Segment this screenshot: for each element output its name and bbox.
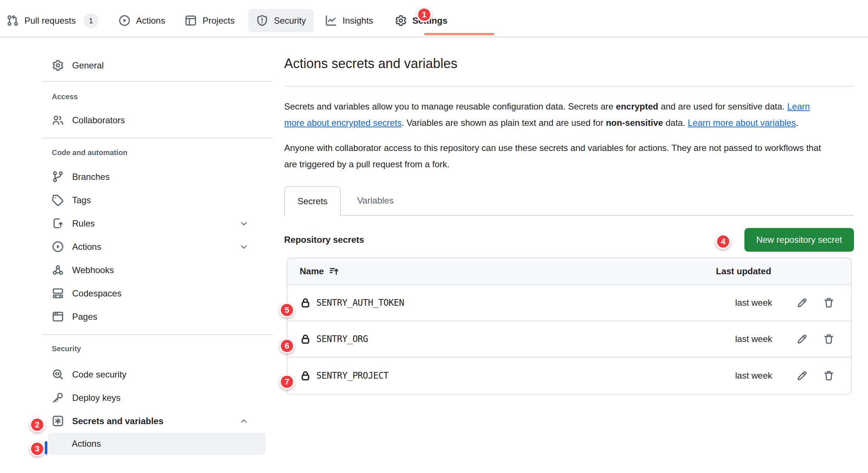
sidebar-section-security: Security xyxy=(41,341,273,356)
settings-sidebar: General Access Collaborators Code and au… xyxy=(41,37,273,455)
learn-more-link[interactable]: Learn more about variables xyxy=(688,118,796,128)
sidebar-item-label: Pages xyxy=(72,312,97,322)
lock-icon xyxy=(300,370,311,382)
graph-icon xyxy=(325,14,337,27)
codespaces-icon xyxy=(52,287,64,299)
tab-secrets[interactable]: Secrets xyxy=(284,186,341,216)
secret-updated: last week xyxy=(713,298,772,308)
rules-icon xyxy=(52,217,64,229)
git-pull-request-icon xyxy=(7,14,19,27)
annotation-badge-7: 7 xyxy=(279,374,295,389)
chevron-down-icon[interactable] xyxy=(238,242,250,251)
main-content: Actions secrets and variables Secrets an… xyxy=(284,37,854,395)
sidebar-item-webhooks[interactable]: Webhooks xyxy=(41,258,273,282)
key-icon xyxy=(52,392,64,404)
sidebar-item-actions[interactable]: Actions xyxy=(41,235,273,258)
annotation-badge-4: 4 xyxy=(716,234,731,249)
project-board-icon xyxy=(185,14,197,27)
sidebar-subitem-label: Actions xyxy=(72,439,101,449)
column-name: Name xyxy=(300,266,324,276)
annotation-badge-2: 2 xyxy=(30,417,45,432)
tab-label: Variables xyxy=(357,195,393,206)
sidebar-item-rules[interactable]: Rules xyxy=(41,212,273,235)
lock-icon xyxy=(300,297,311,309)
sort-ascending-icon[interactable] xyxy=(329,266,339,276)
browser-icon xyxy=(52,311,64,323)
chevron-up-icon[interactable] xyxy=(238,417,250,426)
new-repository-secret-button[interactable]: New repository secret xyxy=(744,228,854,252)
sidebar-item-label: Webhooks xyxy=(72,265,114,275)
edit-pencil-icon[interactable] xyxy=(796,370,807,381)
tab-label: Projects xyxy=(202,16,235,26)
sidebar-item-tags[interactable]: Tags xyxy=(41,188,273,212)
annotation-badge-3: 3 xyxy=(30,441,45,456)
section-heading: Repository secrets xyxy=(284,235,364,245)
sidebar-item-label: Branches xyxy=(72,172,110,182)
chevron-down-icon[interactable] xyxy=(238,219,250,228)
gear-icon xyxy=(395,14,407,27)
tag-icon xyxy=(52,194,64,206)
repository-secrets-header: Repository secrets New repository secret xyxy=(284,228,854,252)
shield-icon xyxy=(256,14,268,27)
intro-paragraph: Secrets and variables allow you to manag… xyxy=(284,98,832,131)
secrets-table-header: Name Last updated xyxy=(287,258,851,285)
people-icon xyxy=(52,114,64,126)
access-paragraph: Anyone with collaborator access to this … xyxy=(284,140,832,172)
secrets-variables-tabnav: Secrets Variables xyxy=(284,186,854,216)
git-branch-icon xyxy=(52,171,64,183)
column-last-updated: Last updated xyxy=(716,266,771,276)
tab-label: Pull requests xyxy=(24,16,76,26)
tab-pull-requests[interactable]: Pull requests 1 xyxy=(7,13,98,28)
pull-requests-counter: 1 xyxy=(84,13,98,28)
secret-row: SENTRY_AUTH_TOKEN last week xyxy=(287,285,851,321)
annotation-badge-5: 5 xyxy=(279,302,295,318)
tab-label: Secrets xyxy=(297,196,327,207)
sidebar-item-label: Code security xyxy=(72,369,127,380)
tab-projects[interactable]: Projects xyxy=(185,14,235,27)
code-scan-icon xyxy=(52,368,64,380)
sidebar-item-collaborators[interactable]: Collaborators xyxy=(41,108,273,132)
asterisk-box-icon xyxy=(52,415,64,427)
secrets-table: Name Last updated SENTRY_AUTH_TOKEN last… xyxy=(287,258,852,395)
sidebar-subitem-actions[interactable]: Actions xyxy=(48,433,266,455)
tab-label: Actions xyxy=(136,16,165,26)
sidebar-divider xyxy=(41,138,273,138)
active-tab-underline xyxy=(424,33,494,35)
sidebar-item-branches[interactable]: Branches xyxy=(41,165,273,188)
edit-pencil-icon[interactable] xyxy=(796,297,807,308)
annotation-badge-1: 1 xyxy=(417,7,432,22)
sidebar-item-codespaces[interactable]: Codespaces xyxy=(41,282,273,305)
tab-insights[interactable]: Settings Insights xyxy=(325,14,373,27)
trash-icon[interactable] xyxy=(823,297,834,308)
sidebar-item-label: Codespaces xyxy=(72,288,121,299)
sidebar-item-label: Rules xyxy=(72,218,95,229)
secret-name: SENTRY_ORG xyxy=(316,334,368,344)
annotation-badge-6: 6 xyxy=(279,338,295,353)
secret-name: SENTRY_PROJECT xyxy=(316,370,388,381)
trash-icon[interactable] xyxy=(823,370,834,381)
sidebar-item-secrets-and-variables[interactable]: Secrets and variables xyxy=(41,409,273,433)
sidebar-item-label: General xyxy=(72,60,104,71)
tab-actions[interactable]: Actions xyxy=(118,14,165,27)
lock-icon xyxy=(300,333,311,345)
tab-variables[interactable]: Variables xyxy=(343,186,407,215)
tab-label: Security xyxy=(274,16,306,26)
active-item-indicator xyxy=(45,441,47,454)
edit-pencil-icon[interactable] xyxy=(796,333,807,345)
webhook-icon xyxy=(52,264,64,276)
gear-icon xyxy=(52,59,64,71)
title-divider xyxy=(284,86,854,87)
sidebar-item-deploy-keys[interactable]: Deploy keys xyxy=(41,386,273,409)
sidebar-item-label: Tags xyxy=(72,195,91,205)
sidebar-item-label: Actions xyxy=(72,242,101,252)
tab-security[interactable]: Security xyxy=(248,9,314,32)
sidebar-item-code-security[interactable]: Code security xyxy=(41,363,273,386)
sidebar-item-general[interactable]: General xyxy=(41,54,273,77)
play-icon xyxy=(118,14,131,27)
tab-label: Insights xyxy=(343,16,373,26)
page-title: Actions secrets and variables xyxy=(284,56,854,72)
sidebar-item-pages[interactable]: Pages xyxy=(41,305,273,328)
trash-icon[interactable] xyxy=(823,333,834,345)
secret-updated: last week xyxy=(713,370,772,381)
secret-updated: last week xyxy=(713,334,772,344)
